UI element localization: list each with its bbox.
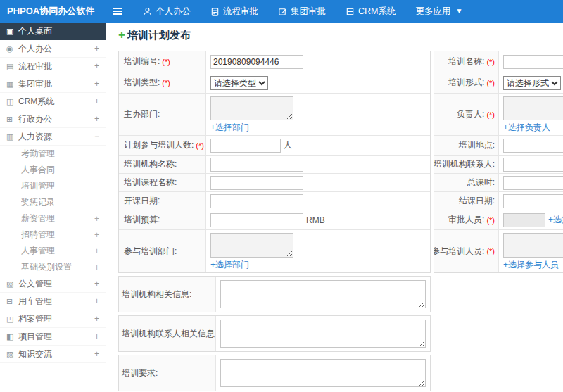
expand-icon[interactable]: + [91, 279, 99, 289]
nav-group-approval[interactable]: 集团审批 [268, 0, 336, 23]
field-label-text: 培训机构名称: [124, 158, 177, 170]
expand-icon[interactable]: + [91, 214, 99, 224]
expand-icon[interactable]: + [91, 96, 99, 106]
sidebar-item-knowledge[interactable]: ▨ 知识交流 + [0, 346, 106, 363]
expand-icon[interactable]: + [91, 246, 99, 256]
car-icon: ⊟ [6, 297, 18, 306]
select-join-dept-link[interactable]: +选择部门 [210, 259, 249, 271]
expand-icon[interactable]: + [91, 349, 99, 359]
field-label-text: 培训名称: [448, 56, 484, 68]
sidebar-item-label: 集团审批 [18, 78, 91, 90]
training-name-input[interactable] [503, 55, 563, 69]
hr-icon: ▥ [6, 132, 18, 141]
form-row: 培训预算: RMB [119, 210, 430, 230]
start-date-input[interactable] [210, 194, 303, 208]
select-join-staff-link[interactable]: +选择参与人员 [503, 259, 559, 271]
sidebar-item-documents[interactable]: ▧ 公文管理 + [0, 275, 106, 293]
field-label: 培训预算: [119, 210, 206, 229]
collapse-icon[interactable]: − [91, 132, 99, 141]
expand-icon[interactable]: + [91, 314, 99, 324]
expand-icon[interactable]: + [91, 230, 99, 240]
sidebar-item-label: 培训管理 [21, 180, 99, 192]
currency-label: RMB [306, 215, 325, 225]
select-leader-link[interactable]: +选择负责人 [503, 122, 550, 134]
org-name-input[interactable] [210, 158, 303, 172]
org-contact-info-textarea[interactable] [220, 320, 426, 348]
total-hours-input[interactable] [503, 176, 563, 190]
top-nav: 个人办公 流程审批 集团审批 CRM系统 更多应用 ▼ [133, 0, 472, 23]
user-icon [143, 7, 152, 16]
desktop-icon: ▣ [6, 27, 18, 36]
sidebar-item-label: 个人办公 [18, 43, 91, 55]
approval-icon: ▦ [6, 80, 18, 89]
form-row: 开课日期: [119, 192, 430, 210]
expand-icon[interactable]: + [91, 44, 99, 53]
training-no-input[interactable] [210, 55, 303, 69]
sidebar-item-projects[interactable]: ◧ 项目管理 + [0, 328, 106, 346]
form-row-org-contact-info: 培训机构联系人相关信息: [118, 315, 431, 352]
sidebar-item-base-categories[interactable]: 基础类别设置 + [0, 259, 106, 275]
leader-textarea[interactable] [503, 96, 563, 120]
field-label-text: 主办部门: [124, 108, 160, 120]
org-info-textarea[interactable] [220, 280, 426, 308]
sidebar-item-recruitment[interactable]: 招聘管理 + [0, 227, 106, 243]
form-row: 总课时: [434, 174, 563, 192]
sidebar-item-salary[interactable]: 薪资管理 + [0, 210, 106, 227]
location-input[interactable] [503, 139, 563, 153]
expand-icon[interactable]: + [91, 61, 99, 71]
sidebar-item-admin-office[interactable]: ⊞ 行政办公 + [0, 110, 106, 128]
expand-icon[interactable]: + [91, 114, 99, 124]
flow-icon: ▤ [6, 62, 18, 71]
training-form-select[interactable]: 请选择形式 [503, 76, 561, 90]
form-row: 负责人: (*) +选择负责人 [434, 94, 563, 136]
sidebar-item-desktop[interactable]: ▣ 个人桌面 [0, 23, 106, 40]
sidebar-item-training[interactable]: 培训管理 [0, 178, 106, 194]
sidebar-item-crm[interactable]: ◫ CRM系统 + [0, 93, 106, 110]
planned-count-input[interactable] [210, 139, 281, 153]
field-label: 培训机构名称: [119, 156, 206, 173]
sidebar-item-hr-contract[interactable]: 人事合同 [0, 162, 106, 178]
expand-icon[interactable]: + [91, 263, 99, 272]
expand-icon[interactable]: + [91, 79, 99, 89]
sidebar-item-vehicle[interactable]: ⊟ 用车管理 + [0, 293, 106, 310]
form-row: 培训形式: (*) 请选择形式 [434, 72, 563, 94]
field-label-text: 负责人: [457, 108, 484, 120]
menu-icon[interactable] [106, 0, 129, 23]
approver-input[interactable] [503, 213, 545, 227]
project-icon: ◧ [6, 332, 18, 341]
sidebar-item-personal-office[interactable]: ◉ 个人办公 + [0, 40, 106, 58]
expand-icon[interactable]: + [91, 296, 99, 306]
org-contact-input[interactable] [503, 158, 563, 172]
required-marker: (*) [162, 58, 170, 66]
sidebar-item-hr[interactable]: ▥ 人力资源 − [0, 128, 106, 146]
end-date-input[interactable] [503, 194, 563, 208]
sidebar-item-group-approval[interactable]: ▦ 集团审批 + [0, 75, 106, 93]
form-row: 培训机构联系人: [434, 156, 563, 174]
requirements-textarea[interactable] [220, 359, 426, 387]
sidebar-item-workflow[interactable]: ▤ 流程审批 + [0, 58, 106, 75]
host-dept-textarea[interactable] [210, 96, 293, 120]
join-staff-textarea[interactable] [503, 233, 563, 258]
expand-icon[interactable]: + [91, 331, 99, 341]
select-approver-link[interactable]: +选择审批人员 [548, 214, 563, 226]
sidebar-item-rewards[interactable]: 奖惩记录 [0, 194, 106, 210]
budget-input[interactable] [210, 213, 303, 227]
nav-workflow-approval[interactable]: 流程审批 [201, 0, 268, 23]
join-dept-textarea[interactable] [210, 233, 293, 258]
nav-label: 个人办公 [156, 0, 191, 23]
form-row: 参与培训人员: (*) +选择参与人员 [434, 230, 563, 272]
nav-more-apps[interactable]: 更多应用 ▼ [405, 0, 472, 23]
field-label: 培训机构联系人: [434, 156, 499, 173]
nav-label: 更多应用 [415, 0, 450, 23]
sidebar-item-personnel[interactable]: 人事管理 + [0, 243, 106, 259]
select-host-dept-link[interactable]: +选择部门 [210, 122, 249, 134]
course-name-input[interactable] [210, 176, 303, 190]
sidebar-item-label: 知识交流 [18, 348, 91, 360]
sidebar-item-attendance[interactable]: 考勤管理 [0, 146, 106, 162]
training-type-select[interactable]: 请选择类型 [210, 76, 268, 90]
field-label: 主办部门: [119, 94, 206, 135]
nav-crm[interactable]: CRM系统 [336, 0, 405, 23]
field-label: 培训机构相关信息: [119, 277, 216, 312]
sidebar-item-archives[interactable]: ◰ 档案管理 + [0, 310, 106, 328]
nav-personal-office[interactable]: 个人办公 [133, 0, 201, 23]
